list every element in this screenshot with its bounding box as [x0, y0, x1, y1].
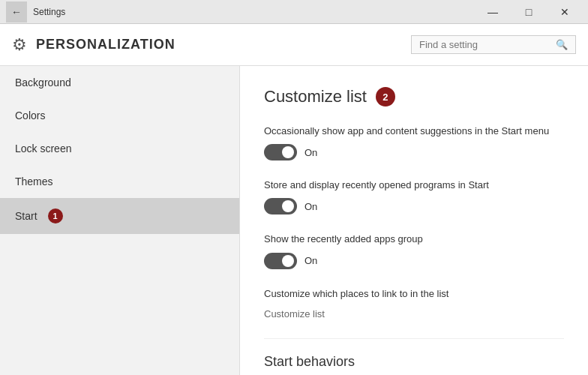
titlebar: ← Settings — □ ✕	[0, 0, 588, 24]
content-area: Customize list 2 Occasionally show app a…	[240, 66, 588, 375]
content-badge: 2	[376, 87, 395, 106]
sidebar-item-lockscreen[interactable]: Lock screen	[0, 132, 239, 165]
sidebar-item-start[interactable]: Start 1	[0, 198, 239, 234]
setting-label-suggestions: Occasionally show app and content sugges…	[264, 124, 564, 138]
toggle-label-recently-opened: On	[304, 201, 317, 212]
sidebar-badge: 1	[48, 208, 63, 224]
setting-customize-link: Customize which places to link to in the…	[264, 287, 564, 320]
setting-suggestions: Occasionally show app and content sugges…	[264, 124, 564, 160]
sidebar-item-label: Start	[15, 210, 38, 222]
minimize-button[interactable]: —	[476, 0, 510, 24]
setting-label-recently-opened: Store and display recently opened progra…	[264, 178, 564, 192]
page-title: PERSONALIZATION	[36, 37, 176, 52]
main-layout: Background Colors Lock screen Themes Sta…	[0, 66, 588, 375]
maximize-button[interactable]: □	[512, 0, 546, 24]
toggle-label-recently-added: On	[304, 255, 317, 266]
back-button[interactable]: ←	[6, 2, 27, 22]
sidebar: Background Colors Lock screen Themes Sta…	[0, 66, 240, 375]
titlebar-left: ← Settings	[6, 2, 65, 22]
sidebar-item-themes[interactable]: Themes	[0, 165, 239, 198]
toggle-recently-opened[interactable]	[264, 198, 297, 214]
app-header: ⚙ PERSONALIZATION 🔍	[0, 24, 588, 66]
toggle-recently-added[interactable]	[264, 253, 297, 269]
toggle-row-recently-opened: On	[264, 198, 564, 214]
window-title: Settings	[33, 7, 65, 17]
setting-label-customize-link: Customize which places to link to in the…	[264, 287, 564, 301]
content-title-text: Customize list	[264, 87, 367, 106]
content-title: Customize list 2	[264, 87, 564, 106]
toggle-row-recently-added: On	[264, 253, 564, 269]
setting-recently-opened: Store and display recently opened progra…	[264, 178, 564, 214]
toggle-label-suggestions: On	[304, 147, 317, 158]
section-divider	[264, 338, 564, 339]
window-controls: — □ ✕	[476, 0, 582, 24]
sidebar-item-label: Lock screen	[15, 142, 71, 154]
sidebar-item-background[interactable]: Background	[0, 66, 239, 99]
close-button[interactable]: ✕	[548, 0, 582, 24]
setting-label-recently-added: Show the recently added apps group	[264, 232, 564, 246]
search-box[interactable]: 🔍	[411, 35, 576, 54]
sidebar-item-label: Colors	[15, 110, 45, 122]
setting-recently-added: Show the recently added apps group On	[264, 232, 564, 268]
header-left: ⚙ PERSONALIZATION	[12, 35, 176, 55]
sidebar-item-colors[interactable]: Colors	[0, 99, 239, 132]
gear-icon: ⚙	[12, 35, 27, 55]
section-title-behaviors: Start behaviors	[264, 354, 564, 370]
toggle-suggestions[interactable]	[264, 144, 297, 160]
customize-list-link[interactable]: Customize list	[264, 308, 325, 320]
search-icon: 🔍	[556, 39, 568, 50]
toggle-row-suggestions: On	[264, 144, 564, 160]
sidebar-item-label: Background	[15, 76, 71, 88]
sidebar-item-label: Themes	[15, 176, 53, 188]
search-input[interactable]	[419, 39, 556, 50]
